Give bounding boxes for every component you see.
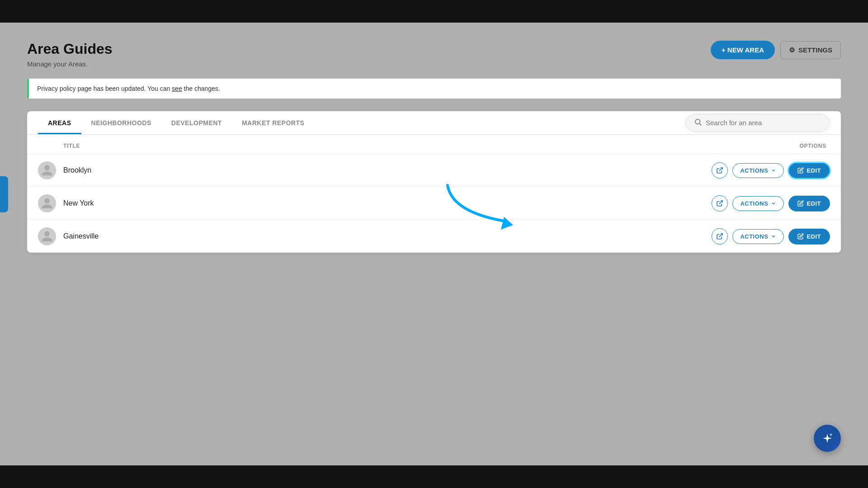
row-name-gainesville: Gainesville — [63, 232, 704, 240]
settings-label: SETTINGS — [798, 46, 832, 54]
tab-neighborhoods[interactable]: NEIGHBORHOODS — [81, 111, 161, 134]
privacy-text-after: the changes. — [182, 85, 220, 92]
link-button-gainesville[interactable] — [712, 228, 728, 244]
actions-button-newyork[interactable]: ACTIONS — [732, 196, 784, 211]
privacy-notice: Privacy policy page has been updated. Yo… — [27, 79, 841, 99]
bottom-bar — [0, 465, 868, 488]
gear-icon: ⚙ — [789, 46, 795, 54]
link-button-newyork[interactable] — [712, 195, 728, 211]
page-title: Area Guides — [27, 41, 113, 57]
search-box[interactable] — [685, 114, 830, 132]
tab-development[interactable]: DEVELOPMENT — [161, 111, 232, 134]
areas-card: AREAS NEIGHBORHOODS DEVELOPMENT MARKET R… — [27, 111, 841, 253]
edit-button-gainesville[interactable]: EDIT — [788, 229, 830, 244]
avatar — [38, 194, 56, 212]
page-header: Area Guides Manage your Areas. + NEW ARE… — [27, 41, 841, 68]
settings-button[interactable]: ⚙ SETTINGS — [780, 41, 841, 59]
row-actions-newyork: ACTIONS EDIT — [712, 195, 830, 211]
privacy-see-link[interactable]: see — [172, 85, 182, 92]
edit-button-newyork[interactable]: EDIT — [788, 196, 830, 211]
svg-line-3 — [719, 201, 722, 204]
main-content: Area Guides Manage your Areas. + NEW ARE… — [0, 23, 868, 465]
new-area-button[interactable]: + NEW AREA — [711, 41, 775, 59]
table-row: New York ACTIONS EDIT — [27, 187, 841, 220]
table-header: TITLE OPTIONS — [27, 135, 841, 154]
header-buttons: + NEW AREA ⚙ SETTINGS — [711, 41, 841, 59]
row-actions-brooklyn: ACTIONS EDIT — [712, 162, 830, 178]
page-title-section: Area Guides Manage your Areas. — [27, 41, 113, 68]
privacy-text-before: Privacy policy page has been updated. Yo… — [37, 85, 172, 92]
ai-button[interactable] — [814, 425, 841, 452]
avatar — [38, 227, 56, 245]
page-subtitle: Manage your Areas. — [27, 60, 113, 68]
tabs-row: AREAS NEIGHBORHOODS DEVELOPMENT MARKET R… — [27, 111, 841, 135]
actions-button-gainesville[interactable]: ACTIONS — [732, 229, 784, 244]
row-name-brooklyn: Brooklyn — [63, 166, 704, 174]
tabs: AREAS NEIGHBORHOODS DEVELOPMENT MARKET R… — [38, 111, 314, 134]
svg-line-4 — [719, 234, 722, 237]
table-row: Brooklyn ACTIONS EDIT — [27, 154, 841, 187]
link-button-brooklyn[interactable] — [712, 162, 728, 178]
col-header-options: OPTIONS — [694, 143, 830, 149]
edit-button-brooklyn[interactable]: EDIT — [788, 163, 830, 178]
svg-line-2 — [719, 168, 722, 171]
search-input[interactable] — [706, 119, 821, 127]
svg-point-0 — [695, 119, 700, 124]
svg-line-1 — [699, 123, 701, 125]
tab-areas[interactable]: AREAS — [38, 111, 81, 134]
col-header-title: TITLE — [38, 143, 694, 149]
tab-market-reports[interactable]: MARKET REPORTS — [232, 111, 314, 134]
left-tab — [0, 176, 8, 212]
top-bar — [0, 0, 868, 23]
row-name-newyork: New York — [63, 199, 704, 207]
search-icon — [694, 118, 702, 128]
row-actions-gainesville: ACTIONS EDIT — [712, 228, 830, 244]
avatar — [38, 161, 56, 179]
table-row: Gainesville ACTIONS EDIT — [27, 220, 841, 253]
actions-button-brooklyn[interactable]: ACTIONS — [732, 163, 784, 178]
